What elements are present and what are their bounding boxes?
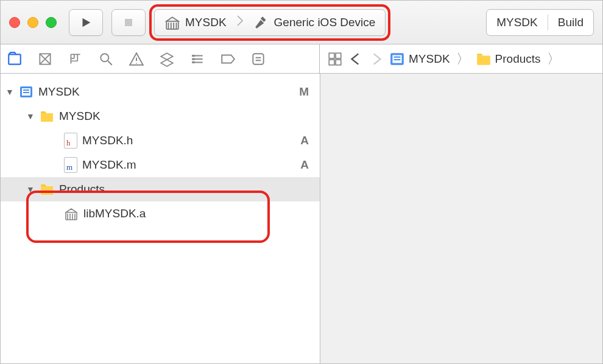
debug-navigator-icon[interactable] bbox=[189, 51, 205, 67]
library-icon bbox=[164, 15, 180, 30]
find-navigator-icon[interactable] bbox=[98, 51, 114, 67]
svg-rect-16 bbox=[23, 89, 29, 91]
activity-primary-label: MYSDK bbox=[496, 16, 538, 29]
scheme-destination[interactable]: Generic iOS Device bbox=[244, 15, 386, 30]
breakpoint-navigator-icon[interactable] bbox=[220, 51, 236, 67]
report-navigator-icon[interactable] bbox=[250, 51, 266, 67]
svg-rect-17 bbox=[23, 92, 29, 93]
jumpbar-project[interactable]: MYSDK bbox=[389, 51, 450, 67]
svg-rect-13 bbox=[477, 55, 490, 65]
scm-status-badge: A bbox=[300, 134, 309, 147]
hammer-icon bbox=[253, 15, 269, 30]
navigator-and-jumpbar: MYSDK 〉 Products 〉 bbox=[1, 44, 602, 74]
chevron-right-icon: 〉 bbox=[455, 50, 471, 68]
tree-item-label: libMYSDK.a bbox=[83, 207, 309, 220]
jump-bar: MYSDK 〉 Products 〉 bbox=[320, 44, 602, 73]
tree-file-row[interactable]: m MYSDK.m A bbox=[1, 153, 320, 177]
scheme-target-label: MYSDK bbox=[185, 16, 227, 29]
project-navigator: ▼ MYSDK M ▼ MYSDK h MYSDK.h A bbox=[1, 74, 320, 363]
disclosure-triangle-icon[interactable]: ▼ bbox=[5, 87, 14, 97]
svg-rect-8 bbox=[336, 60, 341, 65]
folder-icon bbox=[476, 51, 492, 67]
scm-status-badge: M bbox=[299, 85, 309, 99]
go-forward-icon[interactable] bbox=[368, 51, 384, 67]
folder-icon bbox=[40, 182, 54, 197]
scheme-target[interactable]: MYSDK bbox=[155, 15, 236, 30]
stop-button[interactable] bbox=[111, 9, 146, 36]
tree-folder-row-products[interactable]: ▼ Products bbox=[1, 177, 320, 201]
divider bbox=[548, 15, 548, 30]
tree-project-row[interactable]: ▼ MYSDK M bbox=[1, 80, 320, 104]
related-items-icon[interactable] bbox=[327, 51, 343, 67]
chevron-right-icon: 〉 bbox=[546, 50, 562, 68]
project-icon bbox=[19, 85, 34, 99]
tree-file-row[interactable]: h MYSDK.h A bbox=[1, 128, 320, 153]
tree-item-label: Products bbox=[59, 183, 309, 196]
project-icon bbox=[389, 51, 405, 67]
jumpbar-project-label: MYSDK bbox=[409, 52, 450, 66]
tree-item-label: MYSDK.h bbox=[82, 134, 295, 147]
svg-rect-7 bbox=[329, 60, 334, 65]
header-file-icon: h bbox=[64, 133, 77, 149]
project-navigator-icon[interactable] bbox=[7, 51, 23, 67]
svg-rect-4 bbox=[253, 54, 263, 64]
source-control-navigator-icon[interactable] bbox=[37, 51, 53, 67]
chevron-right-icon bbox=[236, 13, 244, 31]
svg-rect-6 bbox=[336, 53, 341, 58]
zoom-window-button[interactable] bbox=[46, 17, 57, 28]
issue-navigator-icon[interactable] bbox=[129, 51, 144, 67]
disclosure-triangle-icon[interactable]: ▼ bbox=[26, 184, 35, 194]
jumpbar-folder-label: Products bbox=[495, 52, 541, 66]
scm-status-badge: A bbox=[300, 158, 309, 172]
editor-area bbox=[320, 74, 602, 363]
svg-rect-19 bbox=[41, 186, 53, 195]
svg-rect-5 bbox=[329, 53, 334, 58]
run-button[interactable] bbox=[69, 9, 103, 36]
svg-point-3 bbox=[100, 54, 108, 61]
test-navigator-icon[interactable] bbox=[159, 51, 175, 67]
go-back-icon[interactable] bbox=[348, 51, 364, 67]
tree-product-row[interactable]: libMYSDK.a bbox=[1, 201, 320, 226]
tree-item-label: MYSDK bbox=[38, 85, 294, 99]
navigator-selector-bar bbox=[1, 44, 320, 73]
main-toolbar: MYSDK Generic iOS Device MYSDK Build bbox=[1, 1, 602, 44]
disclosure-triangle-icon[interactable]: ▼ bbox=[26, 111, 35, 121]
library-icon bbox=[64, 206, 79, 221]
symbol-navigator-icon[interactable] bbox=[68, 51, 83, 67]
folder-icon bbox=[40, 109, 54, 124]
close-window-button[interactable] bbox=[9, 17, 20, 28]
svg-rect-1 bbox=[9, 54, 21, 64]
jumpbar-folder[interactable]: Products bbox=[476, 51, 541, 67]
svg-rect-11 bbox=[394, 56, 401, 57]
file-tree: ▼ MYSDK M ▼ MYSDK h MYSDK.h A bbox=[1, 74, 320, 226]
svg-rect-0 bbox=[125, 19, 132, 26]
impl-file-icon: m bbox=[64, 157, 77, 173]
minimize-window-button[interactable] bbox=[27, 17, 38, 28]
activity-secondary-label: Build bbox=[558, 16, 584, 29]
tree-folder-row[interactable]: ▼ MYSDK bbox=[1, 104, 320, 128]
main-area: ▼ MYSDK M ▼ MYSDK h MYSDK.h A bbox=[1, 74, 602, 363]
svg-rect-12 bbox=[394, 59, 401, 60]
window-traffic-lights bbox=[9, 17, 57, 28]
tree-item-label: MYSDK bbox=[59, 110, 309, 123]
tree-item-label: MYSDK.m bbox=[82, 158, 295, 172]
svg-rect-18 bbox=[41, 113, 53, 122]
activity-viewer[interactable]: MYSDK Build bbox=[486, 9, 594, 36]
scheme-selector[interactable]: MYSDK Generic iOS Device bbox=[154, 9, 386, 36]
scheme-destination-label: Generic iOS Device bbox=[274, 16, 376, 29]
